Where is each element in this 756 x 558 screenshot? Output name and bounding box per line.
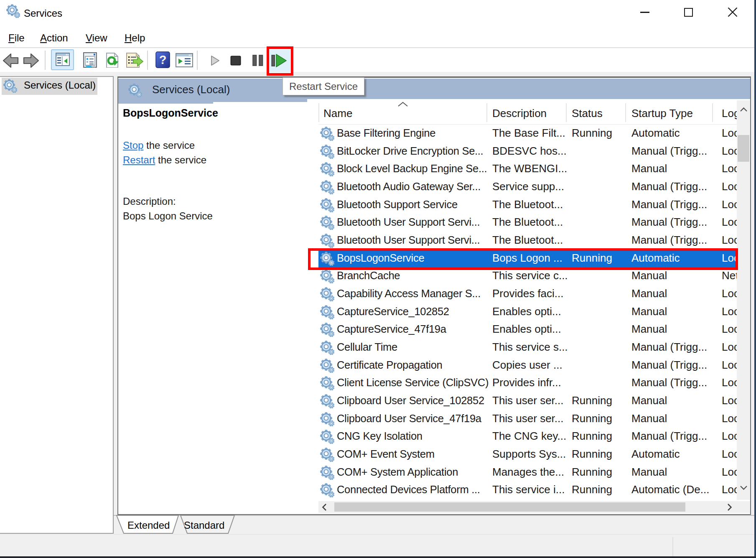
svg-text:Standard: Standard xyxy=(184,520,224,531)
svg-text:?: ? xyxy=(159,53,167,66)
svg-text:Extended: Extended xyxy=(127,520,170,531)
